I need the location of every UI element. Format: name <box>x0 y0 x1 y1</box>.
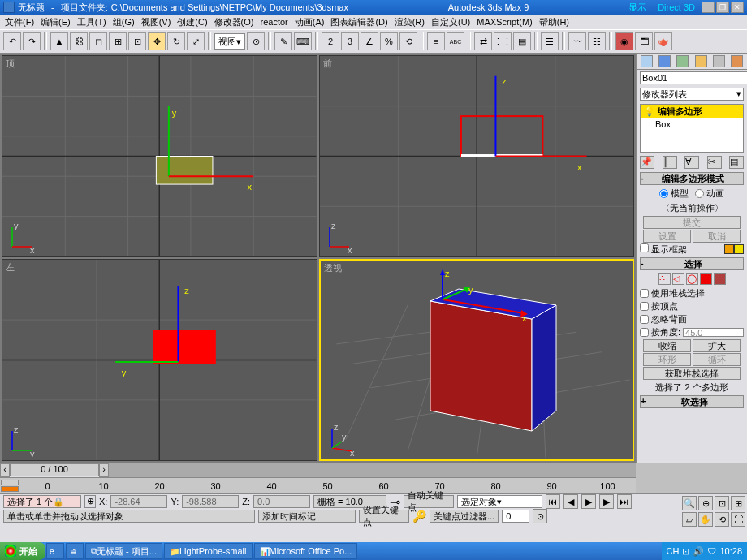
rotate-button[interactable]: ↻ <box>167 32 185 50</box>
render-scene-button[interactable]: 🗔 <box>635 32 653 50</box>
play-button[interactable]: ▶ <box>581 494 596 509</box>
make-unique-button[interactable]: ∀ <box>684 156 699 169</box>
quicklaunch-ie[interactable]: e <box>46 543 64 559</box>
keymode-dropdown[interactable]: 选定对象 ▾ <box>457 495 542 508</box>
configure-sets-button[interactable]: ▤ <box>729 156 744 169</box>
tray-icon3[interactable]: 🛡 <box>707 546 716 556</box>
subobj-vertex-icon[interactable]: ∴ <box>658 273 671 285</box>
named-selection-button[interactable]: ≡ <box>427 32 445 50</box>
mirror-button[interactable]: ⇄ <box>474 32 492 50</box>
select-link-button[interactable]: ⛓ <box>70 32 88 50</box>
shrink-button[interactable]: 收缩 <box>643 339 691 352</box>
coord-y-input[interactable] <box>182 495 239 508</box>
array-button[interactable]: ⋮⋮ <box>494 32 512 50</box>
menu-render[interactable]: 渲染(R) <box>391 16 428 28</box>
key-filters-button[interactable]: 关键点过滤器... <box>430 510 499 523</box>
pivot-button[interactable]: ⊙ <box>247 32 265 50</box>
show-cage-checkbox[interactable] <box>640 243 649 252</box>
select-crossing-button[interactable]: ⊡ <box>128 32 146 50</box>
timeslider-next[interactable]: › <box>99 463 109 477</box>
viewport-front[interactable]: 前 zx zx <box>319 55 635 257</box>
goto-start-button[interactable]: ⏮ <box>546 494 560 509</box>
menu-maxscript[interactable]: MAXScript(M) <box>473 17 535 27</box>
menu-reactor[interactable]: reactor <box>257 17 291 27</box>
timeslider-track[interactable] <box>109 463 636 477</box>
select-region-button[interactable]: ◻ <box>89 32 107 50</box>
material-editor-button[interactable]: ◉ <box>615 32 633 50</box>
undo-button[interactable]: ↶ <box>3 32 21 50</box>
use-stack-checkbox[interactable]: 使用堆栈选择 <box>640 287 744 299</box>
setkey-button[interactable]: 设置关键点 <box>359 510 409 523</box>
curve-editor-button[interactable]: 〰 <box>568 32 586 50</box>
subobj-polygon-icon[interactable] <box>700 273 712 285</box>
trackbar-row2[interactable] <box>1 486 19 492</box>
next-frame-button[interactable]: ▶ <box>599 494 614 509</box>
menu-group[interactable]: 组(G) <box>110 16 138 28</box>
select-manipulate-button[interactable]: ✎ <box>274 32 292 50</box>
cancel-button[interactable]: 取消 <box>693 230 741 243</box>
loop-button[interactable]: 循环 <box>693 353 741 366</box>
menu-file[interactable]: 文件(F) <box>2 16 37 28</box>
zoom-all-button[interactable]: ⊕ <box>698 496 713 510</box>
menu-graph[interactable]: 图表编辑器(D) <box>327 16 391 28</box>
fov-button[interactable]: ▱ <box>682 512 697 527</box>
prev-frame-button[interactable]: ◀ <box>563 494 578 509</box>
timeslider-handle[interactable]: 0 / 100 <box>10 463 99 476</box>
snap3d-button[interactable]: 3 <box>341 32 359 50</box>
angle-snap-button[interactable]: ∠ <box>361 32 378 50</box>
tab-hierarchy-icon[interactable] <box>676 55 689 67</box>
align-button[interactable]: ▤ <box>513 32 531 50</box>
menu-view[interactable]: 视图(V) <box>138 16 175 28</box>
by-angle-input[interactable] <box>683 328 744 337</box>
current-frame-input[interactable] <box>502 510 529 523</box>
redo-button[interactable]: ↷ <box>23 32 41 50</box>
tab-motion-icon[interactable] <box>695 55 707 67</box>
tray-lang-icon[interactable]: CH <box>667 546 680 556</box>
taskbar-item-lightprobe[interactable]: 📁 LightProbe-small <box>164 543 253 559</box>
system-tray[interactable]: CH ⊡ 🔊 🛡 10:28 <box>662 542 747 560</box>
lock-toggle[interactable]: ⊕ <box>84 495 96 508</box>
object-name-input[interactable] <box>640 71 747 84</box>
ring-button[interactable]: 环形 <box>643 353 691 366</box>
maximize-button[interactable]: ❐ <box>716 2 729 13</box>
pin-stack-button[interactable]: 📌 <box>640 156 654 169</box>
rollout-editpoly-mode[interactable]: -编辑多边形模式 <box>640 172 744 185</box>
menu-create[interactable]: 创建(C) <box>174 16 210 28</box>
abc-button[interactable]: ABC <box>447 32 464 50</box>
quicklaunch-desktop[interactable]: 🖥 <box>66 543 84 559</box>
tray-clock[interactable]: 10:28 <box>719 546 742 556</box>
viewport-top[interactable]: 顶 y x yx <box>2 55 317 257</box>
key-large-icon[interactable]: 🔑 <box>412 510 426 523</box>
zoom-extents-all-button[interactable]: ⊞ <box>731 496 745 510</box>
coord-z-input[interactable] <box>253 495 310 508</box>
show-end-result-button[interactable]: ║ <box>663 156 677 169</box>
taskbar-item-3dsmax[interactable]: ⧉ 无标题 - 项目... <box>85 543 162 559</box>
zoom-extents-button[interactable]: ⊡ <box>715 496 729 510</box>
taskbar-item-powerpoint[interactable]: 📊 Microsoft Office Po... <box>254 543 358 559</box>
layer-button[interactable]: ☰ <box>541 32 559 50</box>
ignore-backfacing-checkbox[interactable]: 忽略背面 <box>640 313 744 325</box>
time-slider[interactable]: ‹ 0 / 100 › <box>0 463 636 477</box>
radio-anim[interactable]: 动画 <box>695 187 724 200</box>
zoom-button[interactable]: 🔍 <box>682 496 697 510</box>
expand-button[interactable]: 扩大 <box>693 339 741 352</box>
get-stack-sel-button[interactable]: 获取堆栈选择 <box>643 367 741 380</box>
menu-animation[interactable]: 动画(A) <box>291 16 328 28</box>
stack-item-editpoly[interactable]: 💡 编辑多边形 <box>641 105 743 118</box>
cage-color1[interactable] <box>724 244 734 254</box>
settings-button[interactable]: 设置 <box>643 230 691 243</box>
quick-render-button[interactable]: 🫖 <box>654 32 672 50</box>
goto-end-button[interactable]: ⏭ <box>617 494 632 509</box>
commit-button[interactable]: 提交 <box>643 216 741 229</box>
arc-rotate-button[interactable]: ⟲ <box>715 512 729 527</box>
cage-color2[interactable] <box>734 244 744 254</box>
tab-display-icon[interactable] <box>713 55 725 67</box>
coord-x-input[interactable] <box>110 495 167 508</box>
move-button[interactable]: ✥ <box>148 32 166 50</box>
reference-coord-dropdown[interactable]: 视图 ▾ <box>214 33 245 50</box>
maximize-viewport-button[interactable]: ⛶ <box>731 512 745 527</box>
autokey-button[interactable]: 自动关键点 <box>404 495 454 508</box>
menu-modifiers[interactable]: 修改器(O) <box>211 16 257 28</box>
tray-icon2[interactable]: 🔊 <box>693 546 704 557</box>
time-config-button[interactable]: ⊙ <box>533 509 547 523</box>
